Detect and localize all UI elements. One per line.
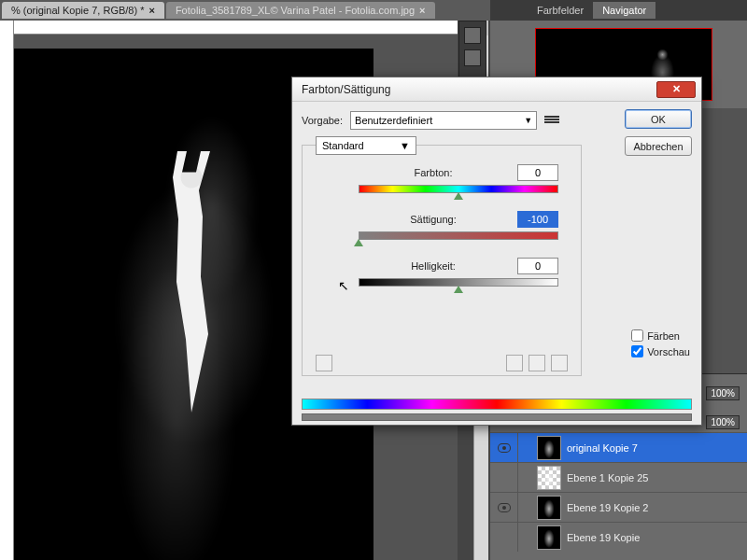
slider-thumb[interactable] [454,192,463,200]
visibility-toggle[interactable] [490,433,518,462]
document-tab-active[interactable]: % (original Kopie 7, RGB/8) * × [2,2,164,19]
layer-row[interactable]: Ebene 19 Kopie 2 [490,492,747,522]
saturation-row: Sättigung: [359,211,558,228]
close-button[interactable]: ✕ [656,81,696,98]
layer-row[interactable]: Ebene 19 Kopie [490,522,747,552]
layer-name: Ebene 1 Kopie 25 [567,472,648,483]
adjustment-group: Standard ▼ Farbton: Sättigung: Helligkei… [302,145,582,376]
preset-menu-icon[interactable] [544,115,559,126]
colorize-label: Färben [647,330,680,342]
layer-name: original Kopie 7 [567,442,638,454]
dialog-buttons: OK Abbrechen [625,109,692,156]
layer-thumbnail[interactable] [537,496,561,520]
hue-saturation-dialog: Farbton/Sättigung ✕ Vorgabe: Benutzerdef… [291,77,702,426]
chevron-down-icon: ▼ [400,140,410,151]
layer-row[interactable]: original Kopie 7 [490,432,747,462]
close-icon[interactable]: × [419,5,425,16]
tab-navigator[interactable]: Navigator [593,2,655,19]
checkbox-input[interactable] [631,329,643,342]
eyedropper-icon[interactable] [506,355,523,371]
tab-swatches[interactable]: Farbfelder [528,2,593,19]
document-tab[interactable]: Fotolia_3581789_XL© Varina Patel - Fotol… [166,2,435,19]
preset-label: Vorgabe: [302,115,343,126]
layer-name: Ebene 19 Kopie [567,532,640,543]
tab-label: % (original Kopie 7, RGB/8) * [11,5,144,16]
preview-label: Vorschau [647,346,690,357]
checkbox-input[interactable] [631,345,643,357]
saturation-input[interactable] [517,211,558,228]
eye-icon [498,443,511,453]
spectrum-bar[interactable] [302,399,692,410]
saturation-track [359,231,558,240]
dock-icon[interactable] [464,49,481,66]
eye-icon [498,503,511,512]
chevron-down-icon: ▼ [524,116,532,125]
layer-thumbnail[interactable] [537,436,561,460]
ruler-vertical [0,21,14,560]
saturation-slider[interactable] [359,231,558,245]
slider-thumb[interactable] [454,286,463,293]
preview-checkbox[interactable]: Vorschau [631,345,690,357]
visibility-toggle[interactable] [490,493,518,522]
hue-slider[interactable] [359,185,558,198]
dialog-titlebar[interactable]: Farbton/Sättigung ✕ [292,77,701,102]
result-bar [302,413,692,421]
targeted-adjust-icon[interactable] [316,355,332,371]
hue-row: Farbton: [359,164,558,181]
slider-thumb[interactable] [354,239,363,246]
lightness-input[interactable] [517,258,558,274]
edit-value: Standard [322,140,364,151]
dialog-title: Farbton/Sättigung [302,83,390,96]
dialog-checkboxes: Färben Vorschau [631,329,690,357]
hue-input[interactable] [517,164,558,181]
close-icon[interactable]: × [148,5,154,16]
layer-name: Ebene 19 Kopie 2 [567,502,648,513]
dock-icon[interactable] [464,27,481,44]
layer-thumbnail[interactable] [537,466,561,490]
edit-dropdown[interactable]: Standard ▼ [316,136,416,155]
fill-value[interactable]: 100% [706,415,740,429]
lightness-row: Helligkeit: [359,258,558,274]
layer-thumbnail[interactable] [537,525,561,550]
visibility-toggle[interactable] [490,463,518,492]
tool-row [316,355,568,371]
eyedropper-subtract-icon[interactable] [551,355,568,371]
preset-dropdown[interactable]: Benutzerdefiniert ▼ [350,111,537,130]
ok-button[interactable]: OK [625,109,692,129]
colorize-checkbox[interactable]: Färben [631,329,690,342]
saturation-label: Sättigung: [359,214,508,225]
preset-value: Benutzerdefiniert [355,115,432,126]
opacity-value[interactable]: 100% [706,386,740,400]
lightness-label: Helligkeit: [359,260,508,272]
hue-label: Farbton: [359,167,508,178]
tab-label: Fotolia_3581789_XL© Varina Patel - Fotol… [176,5,415,16]
ruler-horizontal [14,21,458,35]
visibility-toggle[interactable] [490,523,518,552]
layer-row[interactable]: Ebene 1 Kopie 25 [490,462,747,492]
panel-tabs: Farbfelder Navigator [490,0,747,21]
lightness-slider[interactable] [359,278,558,291]
eyedropper-add-icon[interactable] [529,355,545,371]
cancel-button[interactable]: Abbrechen [625,136,692,156]
